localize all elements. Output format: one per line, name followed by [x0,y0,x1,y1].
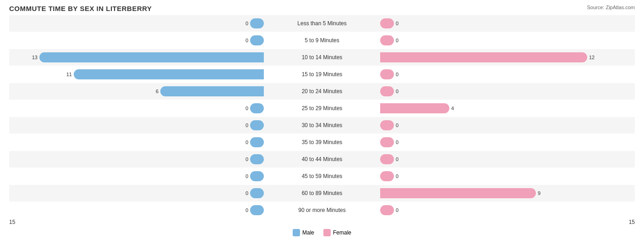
male-value: 0 [241,156,248,162]
female-bar [380,69,394,79]
male-bar [39,52,264,62]
left-bar-area: 0 [9,137,266,147]
row-label: 15 to 19 Minutes [266,71,378,78]
male-bar [160,86,264,96]
female-value: 0 [396,140,403,145]
male-color-box [293,229,300,236]
left-bar-area: 0 [9,103,266,113]
chart-row: 090 or more Minutes0 [9,202,635,218]
legend-female: Female [323,229,351,236]
female-bar [380,35,394,45]
chart-row: 030 to 34 Minutes0 [9,117,635,134]
legend: Male Female [293,229,351,236]
left-bar-area: 6 [9,86,266,96]
right-bar-area: 0 [378,120,635,130]
right-bar-area: 0 [378,86,635,96]
male-value: 0 [241,207,248,213]
right-bar-area: 0 [378,69,635,79]
chart-row: 040 to 44 Minutes0 [9,151,635,167]
female-value: 0 [396,38,403,43]
row-label: Less than 5 Minutes [266,20,378,27]
source-label: Source: ZipAtlas.com [587,5,635,10]
male-value: 0 [241,38,248,43]
female-value: 0 [396,21,403,26]
female-bar [380,120,394,130]
female-color-box [323,229,331,236]
female-bar [380,103,449,113]
axis-left-label: 15 [9,219,15,225]
chart-row: 060 to 89 Minutes9 [9,185,635,201]
right-bar-area: 0 [378,205,635,215]
right-bar-area: 0 [378,154,635,164]
right-bar-area: 9 [378,188,635,198]
male-bar [250,120,264,130]
male-bar [250,103,264,113]
chart-row: 0Less than 5 Minutes0 [9,15,635,32]
axis-right-label: 15 [629,219,635,225]
male-bar [250,205,264,215]
male-bar [250,171,264,181]
female-bar [380,171,394,181]
left-bar-area: 0 [9,171,266,181]
male-label: Male [302,229,314,236]
row-label: 40 to 44 Minutes [266,156,378,162]
female-value: 0 [396,89,403,94]
male-bar [250,18,264,28]
female-value: 0 [396,207,403,213]
row-label: 20 to 24 Minutes [266,88,378,95]
female-bar [380,52,587,62]
female-bar [380,137,394,147]
female-bar [380,205,394,215]
chart-title: COMMUTE TIME BY SEX IN LITERBERRY [9,5,635,12]
right-bar-area: 0 [378,171,635,181]
chart-row: 045 to 59 Minutes0 [9,168,635,184]
row-label: 90 or more Minutes [266,207,378,213]
right-bar-area: 0 [378,18,635,28]
male-bar [250,137,264,147]
chart-row: 620 to 24 Minutes0 [9,83,635,100]
chart-row: 1310 to 14 Minutes12 [9,49,635,66]
left-bar-area: 0 [9,120,266,130]
male-value: 0 [241,123,248,128]
female-value: 0 [396,156,403,162]
chart-container: COMMUTE TIME BY SEX IN LITERBERRY Source… [0,0,644,240]
female-value: 0 [396,173,403,179]
male-bar [250,154,264,164]
left-bar-area: 0 [9,18,266,28]
right-bar-area: 12 [378,52,635,62]
chart-area: 0Less than 5 Minutes005 to 9 Minutes0131… [9,15,635,205]
chart-row: 1115 to 19 Minutes0 [9,66,635,83]
left-bar-area: 0 [9,188,266,198]
left-bar-area: 0 [9,154,266,164]
left-bar-area: 11 [9,69,266,79]
male-bar [250,188,264,198]
row-label: 35 to 39 Minutes [266,139,378,145]
row-label: 30 to 34 Minutes [266,122,378,128]
row-label: 10 to 14 Minutes [266,54,378,61]
row-label: 60 to 89 Minutes [266,190,378,196]
male-value: 0 [241,190,248,196]
male-value: 0 [241,106,248,111]
female-value: 0 [396,72,403,77]
male-value: 0 [241,21,248,26]
male-value: 6 [151,89,158,94]
chart-row: 05 to 9 Minutes0 [9,32,635,49]
female-value: 9 [538,190,545,196]
female-value: 0 [396,123,403,128]
male-bar [250,35,264,45]
right-bar-area: 0 [378,35,635,45]
female-value: 12 [589,55,596,60]
female-value: 4 [451,106,458,111]
left-bar-area: 0 [9,35,266,45]
right-bar-area: 4 [378,103,635,113]
right-bar-area: 0 [378,137,635,147]
male-value: 11 [65,72,72,77]
row-label: 5 to 9 Minutes [266,37,378,44]
row-label: 45 to 59 Minutes [266,173,378,179]
male-bar [74,69,264,79]
left-bar-area: 0 [9,205,266,215]
chart-row: 035 to 39 Minutes0 [9,134,635,151]
legend-male: Male [293,229,314,236]
female-bar [380,18,394,28]
row-label: 25 to 29 Minutes [266,105,378,112]
